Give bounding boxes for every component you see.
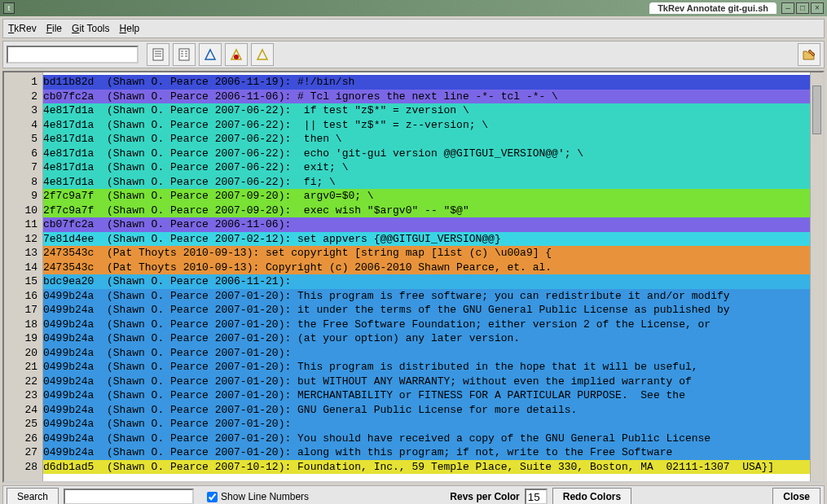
line-number: 11 [4, 217, 37, 232]
line-number: 3 [4, 103, 37, 118]
line-number: 24 [4, 403, 37, 418]
revs-per-color-input[interactable] [525, 489, 548, 504]
triangle-outline-icon[interactable] [251, 43, 274, 66]
triangle-red-dot-icon[interactable] [225, 43, 248, 66]
annotate-line[interactable]: bd11b82d (Shawn O. Pearce 2006-11-19): #… [43, 75, 810, 90]
folder-edit-icon[interactable] [798, 43, 820, 66]
line-number: 27 [4, 445, 37, 460]
annotate-line[interactable]: 0499b24a (Shawn O. Pearce 2007-01-20): G… [43, 403, 810, 418]
code-area: 1234567891011121314151617181920212223242… [2, 71, 825, 483]
close-button[interactable]: Close [772, 488, 820, 504]
search-button[interactable]: Search [7, 488, 59, 504]
line-number: 18 [4, 318, 37, 332]
annotate-line[interactable]: 2473543c (Pat Thoyts 2010-09-13): set co… [43, 246, 810, 261]
triangle-blue-icon[interactable] [199, 43, 222, 66]
annotate-line[interactable]: 2473543c (Pat Thoyts 2010-09-13): Copyri… [43, 261, 810, 275]
annotate-line[interactable]: 0499b24a (Shawn O. Pearce 2007-01-20): (… [43, 331, 810, 346]
annotate-line[interactable]: 0499b24a (Shawn O. Pearce 2007-01-20): a… [43, 445, 810, 460]
line-number: 2 [4, 90, 37, 104]
show-line-numbers-label: Show Line Numbers [221, 491, 309, 502]
line-number: 8 [4, 175, 37, 190]
line-number: 25 [4, 417, 37, 432]
app-icon: t [3, 2, 15, 14]
search-field[interactable] [64, 489, 194, 504]
annotate-line[interactable]: d6db1ad5 (Shawn O. Pearce 2007-10-12): F… [43, 460, 810, 475]
annotate-line[interactable]: 4e817d1a (Shawn O. Pearce 2007-06-22): i… [43, 103, 810, 118]
titlebar: t TkRev Annotate git-gui.sh – □ × [0, 0, 827, 16]
annotate-line[interactable]: 0499b24a (Shawn O. Pearce 2007-01-20): T… [43, 360, 810, 375]
show-line-numbers-input[interactable] [207, 492, 218, 502]
line-number: 5 [4, 132, 37, 147]
annotate-line[interactable]: 4e817d1a (Shawn O. Pearce 2007-06-22): |… [43, 118, 810, 133]
line-number: 21 [4, 360, 37, 375]
annotate-line[interactable]: 4e817d1a (Shawn O. Pearce 2007-06-22): e… [43, 147, 810, 161]
revs-per-color-label: Revs per Color [450, 491, 519, 502]
statusbar: Search Show Line Numbers Revs per Color … [2, 485, 825, 504]
line-number-gutter: 1234567891011121314151617181920212223242… [4, 72, 43, 481]
show-line-numbers-checkbox[interactable]: Show Line Numbers [207, 491, 309, 502]
annotate-line[interactable]: 0499b24a (Shawn O. Pearce 2007-01-20): [43, 346, 810, 361]
line-number: 22 [4, 375, 37, 389]
annotate-line[interactable]: 4e817d1a (Shawn O. Pearce 2007-06-22): f… [43, 175, 810, 190]
annotate-line[interactable]: cb07fc2a (Shawn O. Pearce 2006-11-06): #… [43, 90, 810, 104]
svg-marker-11 [205, 50, 215, 59]
annotate-line[interactable]: 2f7c9a7f (Shawn O. Pearce 2007-09-20): e… [43, 204, 810, 218]
svg-point-13 [234, 55, 239, 59]
annotate-line[interactable]: 4e817d1a (Shawn O. Pearce 2007-06-22): t… [43, 132, 810, 147]
menu-file[interactable]: File [46, 23, 62, 34]
line-number: 13 [4, 246, 37, 261]
svg-marker-14 [257, 50, 267, 59]
toolbar-search-input[interactable] [7, 46, 139, 64]
line-number: 9 [4, 189, 37, 204]
line-number: 12 [4, 232, 37, 247]
line-number: 28 [4, 460, 37, 475]
annotate-line[interactable]: 0499b24a (Shawn O. Pearce 2007-01-20): i… [43, 303, 810, 318]
annotate-line[interactable]: bdc9ea20 (Shawn O. Pearce 2006-11-21): [43, 274, 810, 289]
line-number: 14 [4, 261, 37, 275]
page-columns-icon[interactable] [173, 43, 196, 66]
line-number: 16 [4, 289, 37, 304]
toolbar [2, 41, 825, 68]
line-number: 23 [4, 388, 37, 403]
line-number: 19 [4, 331, 37, 346]
annotate-line[interactable]: 2f7c9a7f (Shawn O. Pearce 2007-09-20): a… [43, 189, 810, 204]
line-number: 15 [4, 274, 37, 289]
close-window-button[interactable]: × [811, 2, 824, 14]
minimize-button[interactable]: – [781, 2, 794, 14]
window-title-tab: TkRev Annotate git-gui.sh [649, 2, 776, 14]
menu-help[interactable]: Help [120, 23, 140, 34]
line-number: 20 [4, 346, 37, 361]
vertical-scrollbar[interactable] [810, 72, 823, 481]
annotate-line[interactable]: 0499b24a (Shawn O. Pearce 2007-01-20): [43, 417, 810, 432]
menu-tkrev[interactable]: TkRev [8, 23, 37, 34]
menu-git-tools[interactable]: Git Tools [72, 23, 109, 34]
annotate-line[interactable]: cb07fc2a (Shawn O. Pearce 2006-11-06): [43, 217, 810, 232]
annotate-line[interactable]: 0499b24a (Shawn O. Pearce 2007-01-20): T… [43, 289, 810, 304]
line-number: 6 [4, 147, 37, 161]
menubar: TkRev File Git Tools Help [2, 19, 825, 38]
page-text-icon[interactable] [147, 43, 169, 66]
line-number: 4 [4, 118, 37, 133]
svg-rect-0 [153, 49, 163, 60]
annotate-line[interactable]: 7e81d4ee (Shawn O. Pearce 2007-02-12): s… [43, 232, 810, 247]
line-number: 17 [4, 303, 37, 318]
line-number: 7 [4, 160, 37, 175]
annotate-line[interactable]: 4e817d1a (Shawn O. Pearce 2007-06-22): e… [43, 160, 810, 175]
line-number: 26 [4, 432, 37, 446]
svg-rect-4 [179, 49, 189, 60]
code-lines[interactable]: bd11b82d (Shawn O. Pearce 2006-11-19): #… [43, 72, 810, 481]
maximize-button[interactable]: □ [796, 2, 809, 14]
scrollbar-thumb[interactable] [812, 85, 821, 134]
redo-colors-button[interactable]: Redo Colors [552, 488, 631, 504]
annotate-line[interactable]: 0499b24a (Shawn O. Pearce 2007-01-20): t… [43, 318, 810, 332]
line-number: 10 [4, 204, 37, 218]
annotate-line[interactable]: 0499b24a (Shawn O. Pearce 2007-01-20): M… [43, 388, 810, 403]
annotate-line[interactable]: 0499b24a (Shawn O. Pearce 2007-01-20): b… [43, 375, 810, 389]
line-number: 1 [4, 75, 37, 90]
annotate-line[interactable]: 0499b24a (Shawn O. Pearce 2007-01-20): Y… [43, 432, 810, 446]
